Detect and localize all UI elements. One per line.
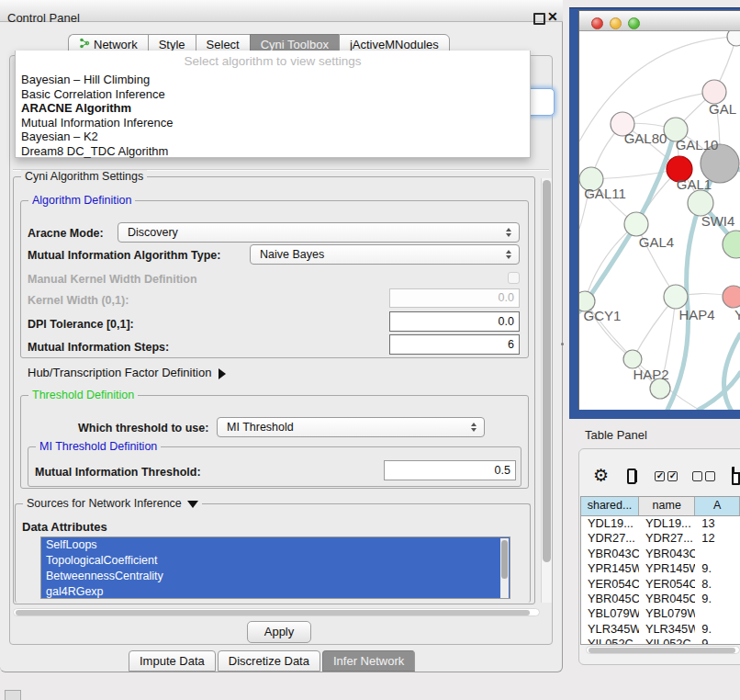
- table-row[interactable]: YBR043CYBR043C: [581, 547, 740, 561]
- network-node-hap4[interactable]: [664, 285, 688, 309]
- unchecked-checkboxes-icon[interactable]: [692, 471, 715, 481]
- table-cell: YDR27...: [581, 531, 639, 546]
- control-panel-title: Control Panel: [7, 11, 80, 25]
- algorithm-dropdown-placeholder: Select algorithm to view settings: [16, 51, 530, 73]
- table-cell: YBL079W: [581, 606, 639, 621]
- tab-impute-data[interactable]: Impute Data: [129, 650, 216, 672]
- table-row[interactable]: YBR045CYBR045C9.: [581, 592, 740, 606]
- node-label-gcy1: GCY1: [584, 308, 622, 323]
- table-cell: [695, 547, 740, 561]
- table-cell: 9: [695, 637, 740, 645]
- checked-checkboxes-icon[interactable]: ✓✓: [655, 471, 678, 481]
- cyni-bottom-tabbar: Impute DataDiscretize DataInfer Network: [129, 650, 417, 672]
- column-header-shared[interactable]: shared...: [581, 497, 639, 515]
- table-row[interactable]: YLR345WYLR345W9.: [581, 622, 740, 637]
- column-layout-icon[interactable]: [627, 469, 636, 484]
- table-cell: YLR345W: [639, 622, 695, 637]
- network-node-swi4[interactable]: [688, 190, 713, 216]
- float-window-icon[interactable]: [533, 13, 545, 25]
- table-cell: YDL19...: [639, 516, 695, 531]
- apply-button[interactable]: Apply: [247, 621, 311, 643]
- table-cell: [695, 606, 740, 621]
- network-window-titlebar[interactable]: [579, 11, 740, 31]
- table-cell: YER054C: [581, 577, 639, 592]
- table-horizontal-scrollbar[interactable]: [586, 646, 740, 654]
- algorithm-option-bayesian-hill-climbing[interactable]: Bayesian – Hill Climbing: [16, 73, 530, 87]
- node-label-gal4: GAL4: [639, 234, 674, 250]
- settings-gear-icon[interactable]: ⚙: [593, 463, 609, 489]
- table-cell: 9.: [695, 592, 740, 606]
- tab-discretize-data[interactable]: Discretize Data: [218, 650, 320, 672]
- table-cell: YLR345W: [581, 622, 639, 637]
- network-node[interactable]: [723, 231, 740, 258]
- table-cell: YBR043C: [581, 547, 639, 561]
- table-cell: 8.: [695, 577, 740, 592]
- mi-threshold-group-title: MI Threshold Definition: [36, 440, 161, 453]
- network-node-hap2[interactable]: [623, 350, 642, 368]
- node-label-gal11: GAL11: [584, 186, 626, 201]
- splitpane-handle[interactable]: [561, 343, 564, 345]
- algorithm-definition-title: Algorithm Definition: [28, 194, 135, 207]
- node-attribute-table[interactable]: shared...nameA YDL19...YDL19...13YDR27..…: [580, 496, 740, 645]
- column-header-name[interactable]: name: [639, 497, 695, 515]
- table-cell: YDR27...: [639, 531, 695, 546]
- algorithm-option-dream8-dc-tdc-algorithm[interactable]: Dream8 DC_TDC Algorithm: [16, 144, 530, 159]
- network-node-y[interactable]: [723, 286, 740, 308]
- node-label-swi4: SWI4: [701, 213, 735, 229]
- collapsed-panel-icon[interactable]: [5, 690, 21, 700]
- table-cell: YBR045C: [581, 592, 639, 606]
- table-row[interactable]: YER054CYER054C8.: [581, 577, 740, 592]
- table-cell: 13: [695, 516, 740, 531]
- table-panel-title: Table Panel: [585, 428, 647, 442]
- table-cell: YIL052C: [639, 637, 695, 645]
- algorithm-option-aracne-algorithm[interactable]: ARACNE Algorithm: [16, 101, 530, 116]
- table-cell: 9.: [695, 622, 740, 637]
- network-node[interactable]: [727, 31, 740, 46]
- table-row[interactable]: YPR145WYPR145W9.: [581, 561, 740, 576]
- tab-infer-network[interactable]: Infer Network: [322, 650, 415, 672]
- table-row[interactable]: YDR27...YDR27...12: [581, 531, 740, 546]
- table-cell: YBR045C: [639, 592, 695, 606]
- table-row[interactable]: YBL079WYBL079W: [581, 606, 740, 621]
- table-cell: YER054C: [639, 577, 695, 592]
- window-close-button[interactable]: [591, 17, 603, 29]
- threshold-definition-title: Threshold Definition: [28, 389, 138, 401]
- mi-threshold-group: MI Threshold Definition: [28, 446, 521, 487]
- table-cell: YBR043C: [639, 547, 695, 561]
- node-label-gal1: GAL1: [677, 176, 712, 192]
- algorithm-option-bayesian-k2[interactable]: Bayesian – K2: [16, 130, 530, 144]
- close-icon[interactable]: ✕: [547, 9, 558, 24]
- table-cell: YBL079W: [639, 606, 695, 621]
- algorithm-definition-group: Algorithm Definition: [20, 200, 529, 358]
- control-panel-titlebar[interactable]: [0, 0, 563, 22]
- network-canvas[interactable]: GALGAL80GAL10GAL1GAL11SWI4GAL4GCY1HAP4YH…: [579, 31, 740, 410]
- expander-down-arrow-icon: [187, 501, 198, 508]
- table-cell: YPR145W: [639, 561, 695, 576]
- settings-horizontal-scrollbar[interactable]: [13, 608, 540, 616]
- node-label-hap4: HAP4: [678, 307, 714, 322]
- table-row[interactable]: YIL052CYIL052C9: [581, 637, 740, 645]
- app-root: Control Panel ✕ NetworkStyleSelectCyni T…: [0, 0, 740, 700]
- cyni-settings-group-title: Cyni Algorithm Settings: [21, 170, 147, 183]
- table-cell: 12: [695, 531, 740, 546]
- window-minimize-button[interactable]: [610, 17, 622, 29]
- settings-vertical-scrollbar[interactable]: [541, 178, 552, 603]
- node-label-y: Y: [734, 307, 740, 322]
- algorithm-option-mutual-information-inference[interactable]: Mutual Information Inference: [16, 116, 530, 130]
- document-icon[interactable]: [732, 467, 740, 485]
- window-zoom-button[interactable]: [628, 17, 640, 29]
- network-node-gal4[interactable]: [624, 212, 648, 236]
- table-cell: YIL052C: [581, 637, 639, 645]
- node-label-gal10: GAL10: [676, 137, 719, 152]
- table-row[interactable]: YDL19...YDL19...13: [581, 516, 740, 531]
- table-cell: YDL19...: [581, 516, 639, 531]
- sources-group: Sources for Network Inference: [15, 503, 531, 603]
- table-cell: 9.: [695, 561, 740, 576]
- network-view-panel: GALGAL80GAL10GAL1GAL11SWI4GAL4GCY1HAP4YH…: [569, 7, 740, 419]
- algorithm-select-dropdown[interactable]: Select algorithm to view settings Bayesi…: [15, 51, 531, 158]
- network-window: GALGAL80GAL10GAL1GAL11SWI4GAL4GCY1HAP4YH…: [578, 10, 740, 410]
- algorithm-option-basic-correlation-inference[interactable]: Basic Correlation Inference: [16, 87, 530, 102]
- column-header-a[interactable]: A: [695, 497, 740, 515]
- node-label-gal80: GAL80: [624, 130, 667, 146]
- table-cell: YPR145W: [581, 561, 639, 576]
